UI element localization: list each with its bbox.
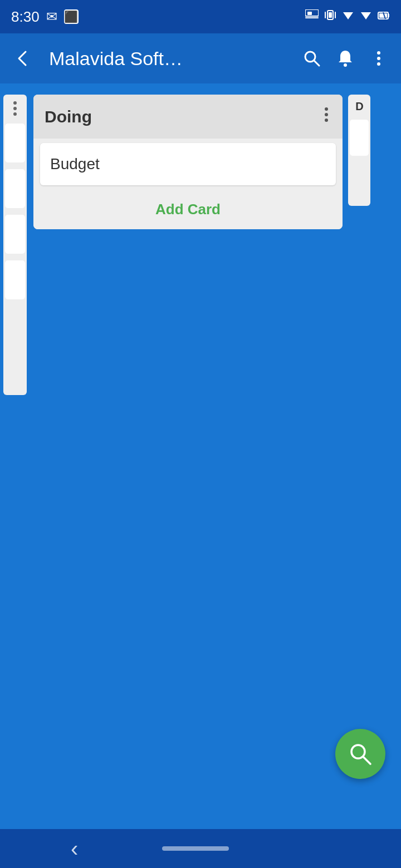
status-left: 8:30 ✉ ⬛	[11, 8, 79, 26]
column-title: Doing	[45, 107, 92, 126]
status-bar: 8:30 ✉ ⬛	[0, 0, 401, 33]
svg-point-18	[377, 62, 380, 66]
svg-point-22	[351, 745, 365, 758]
svg-point-21	[325, 119, 328, 122]
search-fab[interactable]	[335, 729, 385, 779]
add-card-button[interactable]: Add Card	[33, 190, 343, 229]
left-card-2	[5, 169, 25, 208]
back-button[interactable]	[10, 46, 35, 71]
budget-card[interactable]: Budget	[40, 143, 336, 185]
back-nav-button[interactable]: ‹	[57, 832, 91, 866]
svg-point-16	[377, 51, 380, 55]
svg-rect-11	[379, 13, 387, 18]
column-header: Doing	[33, 95, 343, 139]
notification-button[interactable]	[333, 46, 358, 71]
bottom-nav: ‹	[0, 829, 401, 868]
app-bar: Malavida Soft…	[0, 33, 401, 83]
left-partial-column	[3, 95, 27, 395]
notification-icon: ⬛	[64, 9, 79, 24]
right-card-1	[350, 120, 369, 156]
left-card-1	[5, 124, 25, 162]
app-bar-title: Malavida Soft…	[49, 48, 291, 70]
search-button[interactable]	[300, 46, 324, 71]
svg-point-17	[377, 57, 380, 60]
battery-icon	[378, 8, 390, 26]
cast-icon	[305, 9, 319, 24]
signal-icon	[360, 8, 372, 26]
home-indicator	[162, 846, 229, 851]
svg-marker-7	[343, 12, 353, 19]
svg-rect-4	[329, 12, 332, 18]
svg-marker-8	[361, 12, 371, 19]
svg-point-19	[325, 107, 328, 111]
svg-rect-6	[335, 12, 336, 18]
add-card-label: Add Card	[155, 201, 221, 218]
svg-line-14	[314, 61, 319, 66]
svg-rect-10	[388, 14, 389, 17]
budget-card-title: Budget	[50, 155, 100, 172]
svg-point-20	[325, 113, 328, 116]
wifi-icon	[342, 8, 354, 26]
more-options-button[interactable]	[366, 46, 391, 71]
svg-rect-5	[325, 12, 326, 18]
vibrate-icon	[324, 8, 336, 26]
column-menu-button[interactable]	[321, 105, 331, 129]
left-card-3	[5, 215, 25, 254]
svg-rect-2	[307, 12, 312, 15]
svg-point-15	[344, 63, 347, 67]
doing-column: Doing Budget Add Card	[33, 95, 343, 229]
status-right	[305, 8, 390, 26]
mail-icon: ✉	[46, 9, 57, 24]
right-partial-column: D	[348, 95, 370, 206]
left-card-4	[5, 260, 25, 299]
svg-line-23	[364, 757, 370, 764]
main-content: Doing Budget Add Card D	[0, 83, 401, 829]
time-display: 8:30	[11, 8, 40, 26]
svg-rect-0	[305, 17, 319, 18]
